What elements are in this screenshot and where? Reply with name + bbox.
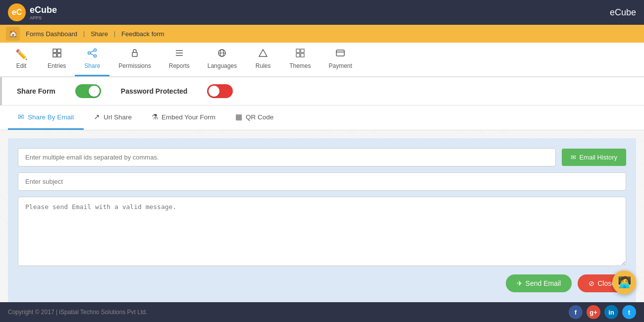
footer-socials: f g+ in t xyxy=(569,305,636,319)
floating-help-button[interactable]: 🧑‍💻 xyxy=(612,270,636,294)
svg-rect-17 xyxy=(296,49,300,53)
top-nav: eC eCube APPS eCube xyxy=(0,0,644,25)
themes-icon xyxy=(295,48,305,60)
share-panel: ✉ Email History ✈ Send Email ⊘ Close xyxy=(8,138,636,302)
toolbar: ✏️ Edit Entries Share Permissions Report… xyxy=(0,43,644,77)
tab-url-share[interactable]: ↗ Url Share xyxy=(84,106,142,130)
languages-icon xyxy=(217,48,227,60)
subject-input[interactable] xyxy=(18,172,626,191)
tab-qr-code[interactable]: ▦ QR Code xyxy=(225,106,283,130)
password-protected-label: Password Protected xyxy=(121,87,188,95)
svg-rect-9 xyxy=(132,53,137,56)
breadcrumb-share[interactable]: Share xyxy=(88,29,111,39)
copyright-text: Copyright © 2017 | iSpatial Techno Solut… xyxy=(8,309,147,316)
toolbar-payment[interactable]: Payment xyxy=(320,43,361,76)
email-input-row: ✉ Email History xyxy=(18,148,626,166)
floating-help-icon: 🧑‍💻 xyxy=(618,276,631,289)
email-history-icon: ✉ xyxy=(571,154,576,161)
send-label: Send Email xyxy=(526,279,561,287)
home-icon[interactable]: 🏠 xyxy=(6,27,20,41)
tab-embed-form[interactable]: ⚗ Embed Your Form xyxy=(142,106,225,130)
svg-point-4 xyxy=(94,49,97,52)
svg-rect-3 xyxy=(57,54,61,57)
svg-line-7 xyxy=(91,51,94,53)
share-form-label: Share Form xyxy=(17,87,55,95)
action-row: ✈ Send Email ⊘ Close xyxy=(18,274,626,292)
toolbar-edit[interactable]: ✏️ Edit xyxy=(4,43,39,76)
brand: eC eCube APPS xyxy=(8,3,57,21)
svg-rect-20 xyxy=(301,54,304,57)
tab-qr-code-label: QR Code xyxy=(246,113,273,121)
svg-rect-18 xyxy=(301,49,304,53)
main-content: Share Form Password Protected ✉ Share By… xyxy=(0,77,644,302)
toolbar-rules[interactable]: Rules xyxy=(246,43,280,76)
footer: Copyright © 2017 | iSpatial Techno Solut… xyxy=(0,302,644,322)
tab-share-by-email[interactable]: ✉ Share By Email xyxy=(8,106,84,130)
toolbar-reports[interactable]: Reports xyxy=(160,43,199,76)
share-form-toggle[interactable] xyxy=(75,84,101,98)
breadcrumb-forms-dashboard[interactable]: Forms Dashboard xyxy=(23,29,80,39)
twitter-social-button[interactable]: t xyxy=(622,305,636,319)
svg-rect-1 xyxy=(57,49,61,53)
toolbar-themes-label: Themes xyxy=(289,62,311,69)
svg-line-8 xyxy=(91,54,94,55)
toolbar-entries[interactable]: Entries xyxy=(39,43,75,76)
toolbar-languages[interactable]: Languages xyxy=(199,43,246,76)
toolbar-payment-label: Payment xyxy=(329,62,352,69)
toolbar-permissions[interactable]: Permissions xyxy=(109,43,160,76)
breadcrumb-sep-2: | xyxy=(114,30,115,37)
toolbar-themes[interactable]: Themes xyxy=(280,43,320,76)
share-icon xyxy=(87,48,97,60)
toolbar-reports-label: Reports xyxy=(169,62,190,69)
qr-code-icon: ▦ xyxy=(235,112,242,121)
message-textarea[interactable] xyxy=(18,197,626,266)
brand-name-block: eCube APPS xyxy=(30,5,57,20)
svg-point-5 xyxy=(88,52,91,54)
tabs-bar: ✉ Share By Email ↗ Url Share ⚗ Embed You… xyxy=(0,106,644,130)
svg-point-6 xyxy=(94,55,97,57)
google-plus-social-button[interactable]: g+ xyxy=(587,305,600,319)
toolbar-share-label: Share xyxy=(84,62,100,69)
brand-name: eCube xyxy=(30,5,57,15)
toolbar-languages-label: Languages xyxy=(208,62,237,69)
brand-logo: eC xyxy=(8,3,26,21)
reports-icon xyxy=(174,48,184,60)
password-protected-toggle[interactable] xyxy=(207,84,233,98)
tab-share-by-email-label: Share By Email xyxy=(28,113,74,121)
email-history-label: Email History xyxy=(579,154,617,161)
svg-rect-2 xyxy=(53,54,56,57)
send-email-button[interactable]: ✈ Send Email xyxy=(506,274,572,292)
rules-icon xyxy=(258,48,268,60)
brand-logo-text: eC xyxy=(12,8,22,17)
tab-url-share-label: Url Share xyxy=(104,113,132,121)
payment-icon xyxy=(335,48,345,60)
breadcrumb-bar: 🏠 Forms Dashboard | Share | Feedback for… xyxy=(0,25,644,43)
close-icon: ⊘ xyxy=(589,279,594,287)
entries-icon xyxy=(52,48,62,60)
url-share-icon: ↗ xyxy=(94,112,100,121)
app-title: eCube xyxy=(610,7,636,18)
embed-form-icon: ⚗ xyxy=(152,112,158,121)
facebook-social-button[interactable]: f xyxy=(569,305,583,319)
toolbar-permissions-label: Permissions xyxy=(118,62,151,69)
toolbar-share[interactable]: Share xyxy=(75,43,109,76)
linkedin-social-button[interactable]: in xyxy=(604,305,618,319)
permissions-icon xyxy=(130,48,140,60)
share-toggle-bar: Share Form Password Protected xyxy=(0,77,644,106)
toolbar-entries-label: Entries xyxy=(48,62,66,69)
share-by-email-icon: ✉ xyxy=(18,112,24,121)
breadcrumb-feedback[interactable]: Feedback form xyxy=(118,29,167,39)
email-input[interactable] xyxy=(18,148,556,166)
edit-icon: ✏️ xyxy=(15,49,28,60)
breadcrumb-sep-1: | xyxy=(83,30,85,37)
brand-sub: APPS xyxy=(30,15,57,20)
tab-embed-form-label: Embed Your Form xyxy=(161,113,215,121)
svg-rect-19 xyxy=(296,54,300,57)
svg-rect-21 xyxy=(336,50,344,56)
svg-rect-0 xyxy=(53,49,56,53)
toolbar-edit-label: Edit xyxy=(16,62,27,69)
svg-marker-16 xyxy=(259,50,267,56)
toolbar-rules-label: Rules xyxy=(256,62,271,69)
send-icon: ✈ xyxy=(517,279,523,287)
email-history-button[interactable]: ✉ Email History xyxy=(562,149,626,166)
